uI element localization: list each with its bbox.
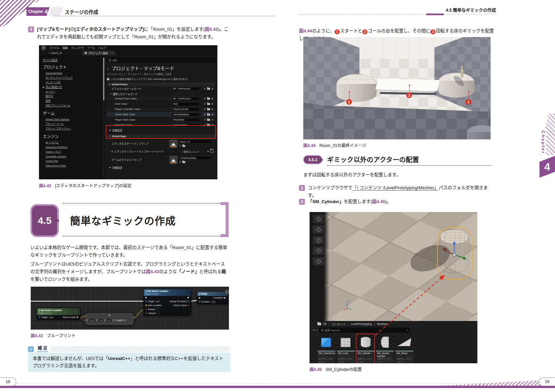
add-element-icon: ⊕ — [207, 150, 209, 153]
section-4-5-badge: 4.5 — [30, 204, 59, 237]
ramp-thumbnail — [397, 338, 411, 346]
exec-in-pin — [145, 297, 147, 299]
footer-purple-bar — [0, 386, 555, 388]
asset-tile-quarter-cylinder: SM_Quarter Cylinder スタティックメッシュ — [376, 334, 394, 363]
note-box: + 補 足 本書では解説しませんが、UE5では「UnrealC++」と呼ばれる標… — [28, 344, 230, 372]
chevron-down-icon: ▾ — [211, 157, 212, 159]
section-dotted-rule-bottom — [63, 236, 221, 236]
section-4-5-1-title: ギミック以外のアクターの配置 — [327, 155, 419, 164]
trash-icon — [210, 150, 213, 153]
settings-panel-subtitle: デフォルトマップ・ゲームモード・別のマップに関連した設定 — [107, 72, 215, 76]
sidebar-group-project: プロジェクト — [43, 64, 105, 70]
asset-tile-cylinder-selected: SM_Cylinder スタティックメッシュ — [356, 334, 374, 363]
step-number-badge: 2 — [299, 199, 305, 205]
breadcrumb-separator-icon: > — [374, 323, 375, 325]
exec-in-pin — [199, 297, 201, 299]
highlight-frame — [106, 125, 216, 139]
section-4-5-1-badge: 4.5.1 — [303, 155, 322, 164]
corner-cylinder — [467, 125, 491, 139]
sidebar-item-platforms: 対応プラットフォーム — [43, 103, 105, 108]
figure-4-44-image: 1 2 3 — [303, 37, 491, 139]
caret-down-icon: ▼ — [109, 83, 110, 85]
row-advanced-settings-2: ▶ 詳細設定 — [107, 165, 215, 170]
browse-icon — [207, 114, 210, 116]
menu-help: ヘルプ — [98, 46, 106, 50]
blue-cube-thumbnail — [321, 338, 331, 347]
figure-4-43-screenshot: ƒ Get Actor LocationTarget is Actor Targ… — [31, 287, 229, 330]
breadcrumb-separator-icon: > — [348, 323, 349, 325]
cylinder-thumbnail — [361, 337, 370, 347]
exec-out-pin — [188, 297, 189, 299]
page-number-right: 19 — [539, 377, 555, 386]
settings-sidebar: すべての設定 プロジェクト GameplayTags ターゲットハードウェア パ… — [39, 56, 105, 179]
sidebar-item-description: 説明 — [43, 99, 105, 103]
question-icon: ? — [316, 228, 321, 232]
viewport-side-toolbar: ? ? ? ? ? — [310, 212, 329, 321]
sidebar-item-widget-state: Widget State Settings — [43, 117, 105, 122]
section-lead-text: まずは回転する床以外のアクターを配置します。 — [303, 171, 495, 179]
breadcrumb: All > コンテンツ > LevelPrototyping > Meshes — [310, 321, 477, 327]
figure-label: 図4.43 — [31, 334, 43, 338]
search-icon — [321, 329, 323, 331]
sidebar-item-ai-system: AI システム — [43, 140, 105, 145]
map-thumbnail-icon — [169, 140, 177, 148]
search-placeholder: 検索 — [112, 58, 117, 62]
map-thumbnail-icon — [169, 156, 177, 164]
asset-search-field: 検索 Meshes ▾ — [319, 328, 410, 333]
pin-duration — [199, 301, 201, 303]
dropdown-default-gamemode: BP_ThirdPersonG ▾ — [172, 87, 202, 91]
step-2-block-right: 2 「SM_Cylinder」を配置します(図4.45)。 — [299, 199, 496, 205]
header-rule — [53, 16, 276, 16]
help-button: ? — [313, 246, 324, 255]
figure-ref-4-45: 図4.45 — [372, 199, 385, 204]
search-icon — [109, 59, 111, 61]
caret-down-icon: ▼ — [107, 68, 109, 70]
sidebar-item-encryption: 暗号化 — [43, 94, 105, 99]
exec-out-pin — [224, 297, 226, 299]
figure-4-45-screenshot: ? ? ? ? ? z All > コンテンツ > LevelPrototypi… — [310, 212, 477, 363]
pin-sweep-hit-result — [188, 301, 189, 302]
chevron-down-icon: ▾ — [407, 329, 408, 331]
function-icon: ƒ — [39, 309, 40, 312]
sidebar-item-asset-manager: アセット マネージャー — [43, 126, 105, 131]
pin-return-value — [77, 316, 78, 318]
breadcrumb-content: コンテンツ — [332, 322, 346, 326]
pin-teleport — [145, 312, 147, 314]
ue-menubar: U ファイル 編集 ウィンドウ ツール ヘルプ — [39, 45, 217, 50]
row-default-pawn-class: Default Pawn Class BP_ThirdPersonCl▾ ↺⊕ — [107, 96, 215, 101]
mannequin-character — [459, 66, 464, 81]
viewport-axis-gizmo: z — [343, 299, 356, 312]
sidebar-item-control-rig: Control Rig — [43, 159, 105, 163]
question-icon: ? — [316, 249, 321, 253]
figure-marker-2: 2 — [346, 99, 352, 105]
use-selected-icon: ⊕ — [211, 97, 213, 100]
settings-panel-title: ▼ プロジェクト - マップ&モード — [107, 65, 215, 71]
folder-icon — [317, 323, 321, 325]
step-2-text-right: 「SM_Cylinder」を配置します(図4.45)。 — [308, 198, 391, 205]
help-button: ? — [313, 257, 324, 266]
node-get-actor-location: ƒ Get Actor LocationTarget is Actor Targ… — [37, 308, 80, 320]
pin-input-a — [84, 315, 86, 317]
row-editor-startup-map: エディタのスタートアップマップ Room_01 ▾ ↺ — [107, 138, 215, 149]
chevron-down-icon: ▾ — [200, 114, 201, 116]
section-4-5-title: 簡単なギミックの作成 — [70, 213, 176, 228]
row-template-map-override: ▶ エディタテンプレートマップオーバーライド 1 配列エレメント ⊕ — [107, 149, 215, 154]
sidebar-item-cinematic-camera: Cinematic Camera — [43, 154, 105, 159]
step-number-badge: 1 — [299, 185, 305, 191]
row-selected-gamemode: ▼ 選択したゲームモード — [107, 91, 215, 96]
chevron-down-icon: ▾ — [200, 108, 201, 110]
unreal-logo-icon: U — [42, 46, 46, 50]
row-default-gamemode: デフォルトのゲームモード BP_ThirdPersonG ▾ ↺⊕ — [107, 86, 215, 91]
sidebar-item-packaging: パッケージ化 — [43, 80, 105, 85]
help-button: ? — [313, 225, 324, 234]
figure-ref-4-43: 図4.43 — [146, 269, 159, 274]
row-hud-class: HUD Class HUD▾ ↺⊕ — [107, 101, 215, 107]
section-dotted-rule-top — [63, 203, 221, 204]
step-2-text: [マップ&モード]の[エディタのスタートアップマップ]に「Room_01」を設定… — [37, 25, 230, 41]
paragraph-1: いよいよ本格的なゲーム開発です。本節では、最初のステージである「Room_01」… — [30, 244, 229, 259]
sidebar-scrollbar — [103, 57, 104, 176]
use-selected-icon: ⊕ — [211, 102, 213, 105]
menu-tools: ツール — [88, 46, 95, 50]
cube-thumbnail — [341, 338, 351, 347]
reset-icon: ↺ — [204, 87, 205, 90]
